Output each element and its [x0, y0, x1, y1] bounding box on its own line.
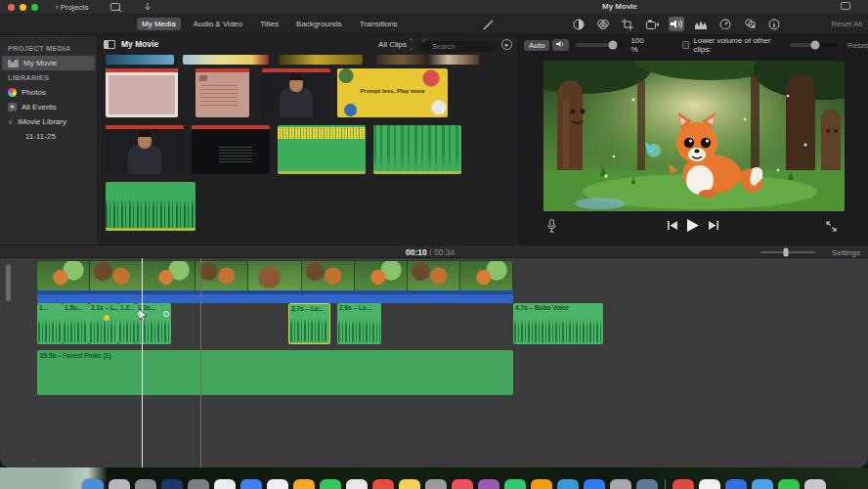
music-clip-forest-frolic[interactable]: 29.5s – Forest Frolic (1)	[37, 350, 513, 395]
media-thumbnail-audio[interactable]	[106, 182, 195, 231]
mute-speaker-button[interactable]	[552, 39, 569, 51]
video-clip-audio-bar[interactable]	[37, 290, 513, 303]
tab-backgrounds[interactable]: Backgrounds	[291, 18, 347, 30]
dock-icon-app-14[interactable]	[425, 479, 447, 489]
dock-icon-app-5[interactable]	[188, 479, 209, 489]
dock-icon-app-6[interactable]	[214, 479, 236, 489]
media-thumbnail-document[interactable]	[195, 68, 249, 117]
color-correction-icon[interactable]	[595, 17, 611, 31]
timeline-scroll-nub[interactable]	[6, 264, 11, 301]
color-balance-icon[interactable]	[571, 17, 586, 31]
sidebar-toggle-icon[interactable]	[104, 40, 115, 49]
voiceover-mic-icon[interactable]	[547, 219, 556, 233]
video-preview[interactable]	[543, 61, 845, 211]
tab-audio-video[interactable]: Audio & Video	[189, 18, 248, 30]
dock-icon-app-20[interactable]	[584, 479, 605, 489]
audio-reset-button[interactable]: Reset	[847, 41, 868, 50]
dock-icon-app-17[interactable]	[504, 479, 526, 489]
sidebar-item-photos[interactable]: Photos	[0, 85, 97, 100]
dock-icon-app-13[interactable]	[399, 479, 420, 489]
timeline-zoom-slider[interactable]	[760, 251, 815, 253]
media-thumbnail-terminal[interactable]	[192, 125, 270, 174]
dock-icon-app-12[interactable]	[372, 479, 394, 489]
media-thumbnail-webcam[interactable]	[262, 68, 330, 117]
ducking-checkbox[interactable]	[682, 41, 690, 49]
dock-icon-app-21[interactable]	[610, 479, 631, 489]
dock-icon-app-23[interactable]	[673, 479, 694, 489]
import-media-button[interactable]	[110, 3, 122, 12]
audio-clip-6-selected[interactable]: 2.7s – Lu...	[288, 303, 330, 344]
timeline-zoom-knob[interactable]	[784, 248, 789, 257]
audio-clip-3[interactable]: 2.1s – L...	[89, 303, 118, 344]
play-button[interactable]	[687, 219, 699, 232]
dock-icon-app-25[interactable]	[725, 479, 747, 489]
timeline[interactable]: 1... 1.5s... 2.1s – L... 1.2...	[0, 258, 868, 467]
media-thumbnail-screenshot-grid[interactable]	[106, 68, 178, 117]
clip-filter-dropdown[interactable]: All Clips ⌃⌄	[378, 37, 413, 51]
dock-icon-app-9[interactable]	[293, 479, 315, 489]
dock-icon-app-7[interactable]	[240, 479, 262, 489]
tab-titles[interactable]: Titles	[255, 18, 283, 30]
dock-icon-app-15[interactable]	[452, 479, 473, 489]
fullscreen-icon[interactable]	[826, 221, 837, 232]
media-thumbnail-promo[interactable]: Prompt less, Play more	[337, 68, 448, 117]
audio-clip-7[interactable]: 2.6s – Lu...	[337, 303, 381, 344]
volume-slider[interactable]	[576, 43, 624, 47]
audio-clip-4[interactable]: 1.2...	[118, 303, 136, 344]
dock-icon-app-19[interactable]	[557, 479, 579, 489]
audio-clip-8-bobo-voice[interactable]: 4.7s – Bobo Voice	[513, 303, 603, 344]
minimize-window-button[interactable]	[20, 4, 26, 11]
zoom-window-button[interactable]	[31, 4, 38, 11]
sidebar-item-imovie-library[interactable]: ∨ iMovie Library	[0, 114, 97, 129]
ducking-slider-knob[interactable]	[811, 41, 820, 50]
dock-icon-app-8[interactable]	[267, 479, 288, 489]
auto-volume-button[interactable]: Auto	[524, 40, 549, 51]
ducking-slider[interactable]	[790, 43, 838, 47]
media-thumbnail-webcam[interactable]	[106, 125, 184, 174]
dock-icon-app-2[interactable]	[108, 479, 130, 489]
volume-keyframe-dot[interactable]	[104, 315, 109, 321]
dock-icon-app-10[interactable]	[320, 479, 341, 489]
sidebar-item-all-events[interactable]: ★ All Events	[0, 100, 97, 114]
tab-my-media[interactable]: My Media	[137, 18, 181, 30]
display-icon[interactable]	[841, 2, 850, 10]
dock-icon-app-3[interactable]	[135, 479, 156, 489]
stabilization-icon[interactable]	[644, 17, 660, 31]
previous-frame-button[interactable]	[668, 221, 677, 230]
video-clip-filmstrip[interactable]	[37, 261, 513, 290]
noise-equalizer-icon[interactable]	[693, 17, 709, 31]
playhead[interactable]	[142, 258, 143, 467]
tab-transitions[interactable]: Transitions	[355, 18, 403, 30]
dock-icon-app-1[interactable]	[82, 479, 104, 489]
media-strip[interactable]	[376, 55, 479, 65]
clip-info-icon[interactable]	[766, 17, 782, 31]
next-frame-button[interactable]	[709, 221, 718, 230]
sidebar-item-my-movie[interactable]: My Movie	[2, 56, 95, 70]
dock-icon-app-28[interactable]	[804, 479, 826, 489]
timeline-settings-button[interactable]: Settings	[832, 248, 860, 257]
volume-icon[interactable]	[669, 17, 684, 31]
dock-icon-app-18[interactable]	[531, 479, 552, 489]
dock-icon-app-22[interactable]	[636, 479, 658, 489]
clip-filter-icon[interactable]	[742, 17, 758, 31]
dock-icon-app-27[interactable]	[778, 479, 800, 489]
dock-icon-app-24[interactable]	[699, 479, 720, 489]
crop-icon[interactable]	[620, 17, 635, 31]
dock-icon-app-11[interactable]	[346, 479, 368, 489]
chevron-down-icon[interactable]: ∨	[8, 118, 13, 126]
speed-icon[interactable]	[717, 17, 733, 31]
media-strip[interactable]	[106, 55, 174, 65]
media-thumbnail-audio[interactable]	[373, 125, 461, 174]
volume-slider-knob[interactable]	[609, 41, 618, 50]
audio-clip-2[interactable]: 1.5s...	[63, 303, 89, 344]
search-input[interactable]	[419, 41, 496, 52]
sidebar-item-event-date[interactable]: 11-11-25	[0, 129, 97, 144]
enhance-wand-icon[interactable]	[483, 19, 495, 30]
close-window-button[interactable]	[8, 4, 15, 11]
media-thumbnail-audio[interactable]	[278, 125, 366, 174]
reset-all-button[interactable]: Reset All	[831, 20, 862, 28]
media-strip[interactable]	[183, 55, 269, 65]
audio-clip-1[interactable]: 1...	[37, 303, 63, 344]
dock-icon-app-16[interactable]	[478, 479, 499, 489]
download-arrow-icon[interactable]	[144, 3, 152, 12]
